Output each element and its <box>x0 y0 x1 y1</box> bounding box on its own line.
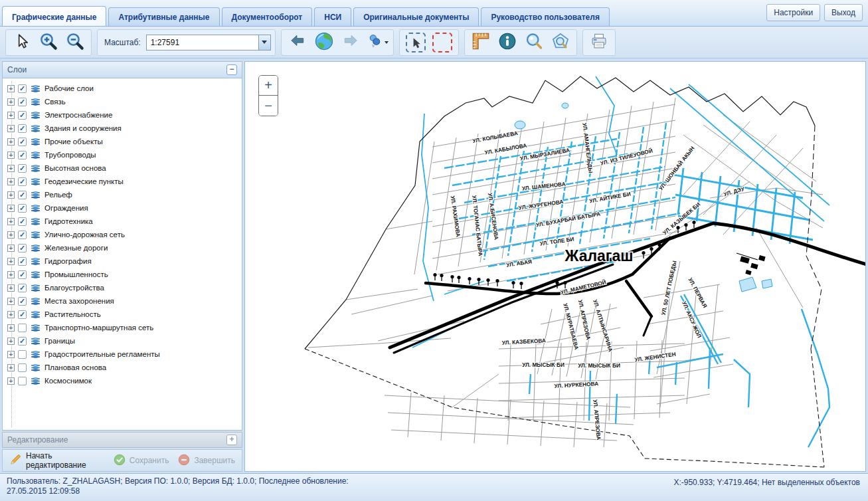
layer-label[interactable]: Границы <box>44 337 75 345</box>
tab-5[interactable]: Руководство пользователя <box>481 7 609 26</box>
collapse-panel-button[interactable]: − <box>226 64 237 75</box>
expander-icon[interactable]: + <box>7 165 15 172</box>
finish-editing-button[interactable]: Завершить <box>178 454 235 468</box>
layer-label[interactable]: Космоснимок <box>44 377 92 385</box>
expander-icon[interactable]: + <box>7 125 15 132</box>
layer-label[interactable]: Транспортно-маршрутная сеть <box>44 324 153 332</box>
full-extent-button[interactable] <box>312 31 336 54</box>
search-by-polygon-button[interactable] <box>549 31 572 54</box>
print-button[interactable] <box>587 31 611 54</box>
layer-label[interactable]: Растительность <box>44 310 101 318</box>
map-canvas[interactable]: + − <box>244 61 866 472</box>
layer-checkbox[interactable]: ✓ <box>18 257 27 266</box>
layer-label[interactable]: Здания и сооружения <box>44 124 122 132</box>
layer-checkbox[interactable]: ✓ <box>18 98 27 106</box>
expander-icon[interactable]: + <box>7 338 15 345</box>
tab-3[interactable]: НСИ <box>314 7 351 26</box>
tab-0[interactable]: Графические данные <box>2 6 106 26</box>
expander-icon[interactable]: + <box>7 178 15 185</box>
layer-checkbox[interactable]: ✓ <box>18 204 27 213</box>
identify-button[interactable] <box>495 31 519 54</box>
layer-checkbox[interactable]: ✓ <box>18 191 27 199</box>
layer-checkbox[interactable]: ✓ <box>18 284 27 292</box>
settings-button[interactable]: Настройки <box>766 4 820 21</box>
expander-icon[interactable]: + <box>7 85 15 92</box>
expander-icon[interactable]: + <box>7 284 15 292</box>
expander-icon[interactable]: + <box>7 245 15 252</box>
layer-checkbox[interactable]: ✓ <box>18 124 27 133</box>
layer-label[interactable]: Электроснабжение <box>44 111 112 119</box>
layer-checkbox[interactable]: ✓ <box>18 177 27 186</box>
scale-dropdown-button[interactable] <box>258 35 270 50</box>
expander-icon[interactable]: + <box>7 298 15 305</box>
tab-2[interactable]: Документооборот <box>222 7 313 26</box>
expander-icon[interactable]: + <box>7 324 15 332</box>
layer-label[interactable]: Трубопроводы <box>44 151 96 159</box>
expander-icon[interactable]: + <box>7 138 15 146</box>
layer-label[interactable]: Связь <box>44 98 66 106</box>
expander-icon[interactable]: + <box>7 98 15 106</box>
scale-combobox[interactable]: 1:27591 <box>146 35 271 50</box>
layer-checkbox[interactable]: ✓ <box>18 337 27 346</box>
expander-icon[interactable]: + <box>7 311 15 318</box>
layer-label[interactable]: Плановая основа <box>44 363 106 371</box>
layer-checkbox[interactable] <box>18 363 27 372</box>
layer-label[interactable]: Высотная основа <box>44 164 106 172</box>
editing-panel-header[interactable]: Редактирование + <box>2 432 242 448</box>
layer-label[interactable]: Геодезические пункты <box>44 177 124 185</box>
back-extent-button[interactable] <box>286 31 309 54</box>
start-editing-button[interactable]: Начать редактирование <box>9 451 104 470</box>
layer-checkbox[interactable]: ✓ <box>18 244 27 252</box>
zoom-in-tool-button[interactable] <box>37 31 60 54</box>
layer-label[interactable]: Благоустройства <box>44 284 104 292</box>
layer-label[interactable]: Прочие объекты <box>44 138 103 146</box>
save-button[interactable]: Сохранить <box>114 454 169 468</box>
exit-button[interactable]: Выход <box>824 4 863 21</box>
tab-1[interactable]: Атрибутивные данные <box>108 7 219 26</box>
expander-icon[interactable]: + <box>7 112 15 119</box>
select-by-pointer-button[interactable] <box>404 31 428 54</box>
expander-icon[interactable]: + <box>7 377 15 385</box>
select-by-rectangle-button[interactable] <box>430 31 454 54</box>
expander-icon[interactable]: + <box>7 191 15 199</box>
measure-button[interactable] <box>469 31 493 54</box>
layer-label[interactable]: Гидротехника <box>44 217 93 225</box>
expander-icon[interactable]: + <box>7 218 15 225</box>
bookmarks-button[interactable] <box>365 31 389 54</box>
expander-icon[interactable]: + <box>7 364 15 371</box>
search-button[interactable] <box>522 31 546 54</box>
forward-extent-button[interactable] <box>339 31 363 54</box>
layer-checkbox[interactable]: ✓ <box>18 138 27 146</box>
map-zoom-out-button[interactable]: − <box>259 96 278 116</box>
layer-checkbox[interactable] <box>18 377 27 385</box>
layer-checkbox[interactable] <box>18 350 27 359</box>
zoom-out-tool-button[interactable] <box>63 31 87 54</box>
layer-label[interactable]: Ограждения <box>44 204 88 212</box>
layer-checkbox[interactable]: ✓ <box>18 111 27 120</box>
tab-4[interactable]: Оригинальные документы <box>353 7 479 26</box>
layer-label[interactable]: Гидрография <box>44 257 92 265</box>
layer-checkbox[interactable]: ✓ <box>18 164 27 173</box>
layer-label[interactable]: Места захоронения <box>44 297 114 305</box>
expand-panel-button[interactable]: + <box>226 435 237 445</box>
pointer-tool-button[interactable] <box>10 31 34 54</box>
layer-checkbox[interactable] <box>18 324 27 332</box>
layer-label[interactable]: Градостроительные регламенты <box>44 350 160 358</box>
layer-checkbox[interactable]: ✓ <box>18 310 27 319</box>
layer-checkbox[interactable]: ✓ <box>18 231 27 239</box>
layer-label[interactable]: Улично-дорожная сеть <box>44 231 125 239</box>
expander-icon[interactable]: + <box>7 271 15 278</box>
layer-checkbox[interactable]: ✓ <box>18 270 27 279</box>
layer-checkbox[interactable]: ✓ <box>18 84 27 93</box>
layer-checkbox[interactable]: ✓ <box>18 151 27 159</box>
layer-label[interactable]: Железные дороги <box>44 244 108 252</box>
expander-icon[interactable]: + <box>7 258 15 265</box>
expander-icon[interactable]: + <box>7 151 15 159</box>
layer-checkbox[interactable]: ✓ <box>18 297 27 306</box>
expander-icon[interactable]: + <box>7 231 15 239</box>
layer-label[interactable]: Рельеф <box>44 191 72 199</box>
layer-checkbox[interactable]: ✓ <box>18 217 27 226</box>
expander-icon[interactable]: + <box>7 351 15 358</box>
map-zoom-in-button[interactable]: + <box>259 76 278 96</box>
layer-label[interactable]: Промышленность <box>44 270 108 278</box>
